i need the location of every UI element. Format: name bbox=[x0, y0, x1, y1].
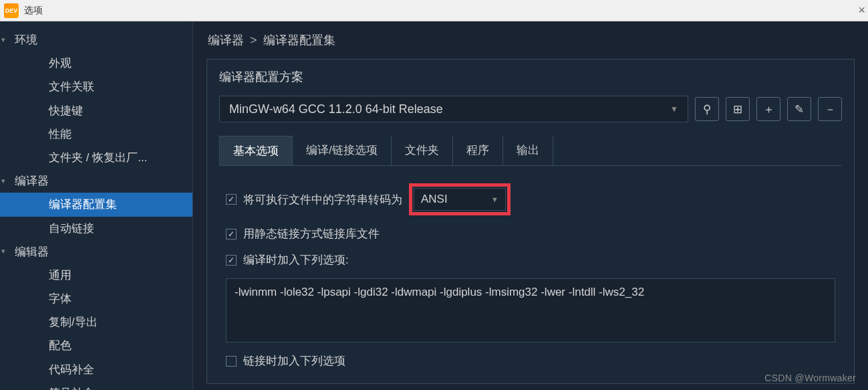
sidebar-item-performance[interactable]: 性能 bbox=[0, 122, 192, 146]
plus-icon: ＋ bbox=[763, 102, 774, 117]
sidebar-group-environment[interactable]: ▾ 环境 bbox=[0, 28, 192, 52]
tab-programs[interactable]: 程序 bbox=[453, 136, 503, 165]
sidebar-group-label: 环境 bbox=[15, 31, 37, 49]
content-area: 编译器 > 编译器配置集 编译器配置方案 MinGW-w64 GCC 11.2.… bbox=[193, 21, 868, 390]
sidebar-item-compiler-set[interactable]: 编译器配置集 bbox=[0, 193, 192, 216]
compiler-panel: 编译器配置方案 MinGW-w64 GCC 11.2.0 64-bit Rele… bbox=[206, 59, 855, 384]
panel-title: 编译器配置方案 bbox=[219, 69, 842, 85]
add-compile-checkbox[interactable] bbox=[226, 255, 237, 266]
chevron-down-icon: ▾ bbox=[1, 34, 12, 46]
chevron-down-icon: ▼ bbox=[491, 195, 498, 203]
titlebar: DEV 选项 × bbox=[0, 0, 868, 21]
main-layout: ▾ 环境 外观 文件关联 快捷键 性能 文件夹 / 恢复出厂... ▾ 编译器 … bbox=[0, 21, 868, 390]
tab-output[interactable]: 输出 bbox=[503, 136, 553, 165]
scheme-row: MinGW-w64 GCC 11.2.0 64-bit Release ▼ ⚲ … bbox=[219, 96, 842, 122]
folder-plus-icon: ⊞ bbox=[733, 102, 742, 116]
tab-folders[interactable]: 文件夹 bbox=[392, 136, 453, 165]
minus-icon: － bbox=[825, 102, 836, 117]
tab-basic[interactable]: 基本选项 bbox=[219, 136, 293, 165]
sidebar-item-font[interactable]: 字体 bbox=[0, 287, 192, 310]
search-button[interactable]: ⚲ bbox=[695, 97, 719, 121]
remove-button[interactable]: － bbox=[818, 97, 842, 121]
close-icon[interactable]: × bbox=[858, 3, 865, 17]
sidebar-item-copy-export[interactable]: 复制/导出 bbox=[0, 310, 192, 334]
breadcrumb: 编译器 > 编译器配置集 bbox=[206, 32, 855, 48]
new-folder-button[interactable]: ⊞ bbox=[726, 97, 750, 121]
add-button[interactable]: ＋ bbox=[756, 97, 780, 121]
compiler-scheme-select[interactable]: MinGW-w64 GCC 11.2.0 64-bit Release ▼ bbox=[219, 96, 688, 122]
transcode-checkbox[interactable] bbox=[226, 194, 237, 205]
scheme-selected-label: MinGW-w64 GCC 11.2.0 64-bit Release bbox=[229, 102, 443, 116]
chevron-right-icon: > bbox=[250, 33, 257, 47]
option-add-link-row: 链接时加入下列选项 bbox=[219, 348, 842, 374]
add-link-checkbox[interactable] bbox=[226, 356, 237, 367]
option-add-compile-row: 编译时加入下列选项: bbox=[219, 247, 842, 273]
sidebar-item-appearance[interactable]: 外观 bbox=[0, 52, 192, 75]
static-link-checkbox[interactable] bbox=[226, 229, 237, 239]
sidebar: ▾ 环境 外观 文件关联 快捷键 性能 文件夹 / 恢复出厂... ▾ 编译器 … bbox=[0, 21, 193, 390]
sidebar-group-editor[interactable]: ▾ 编辑器 bbox=[0, 240, 192, 264]
app-logo-icon: DEV bbox=[4, 3, 19, 18]
sidebar-item-folders-reset[interactable]: 文件夹 / 恢复出厂... bbox=[0, 146, 192, 169]
tab-compile-link[interactable]: 编译/链接选项 bbox=[293, 136, 392, 165]
edit-button[interactable]: ✎ bbox=[787, 97, 811, 121]
option-transcode-row: 将可执行文件中的字符串转码为 ANSI ▼ bbox=[219, 178, 842, 221]
sidebar-group-label: 编辑器 bbox=[15, 243, 49, 261]
sidebar-group-label: 编译器 bbox=[15, 172, 49, 190]
chevron-down-icon: ▾ bbox=[1, 175, 12, 187]
sidebar-item-code-completion[interactable]: 代码补全 bbox=[0, 358, 192, 381]
add-compile-label: 编译时加入下列选项: bbox=[243, 252, 349, 268]
encoding-value: ANSI bbox=[421, 193, 448, 206]
sidebar-group-compiler[interactable]: ▾ 编译器 bbox=[0, 169, 192, 193]
tabs: 基本选项 编译/链接选项 文件夹 程序 输出 bbox=[219, 136, 842, 166]
watermark: CSDN @Wormwaker bbox=[764, 373, 856, 383]
chevron-down-icon: ▼ bbox=[670, 104, 678, 114]
encoding-select[interactable]: ANSI ▼ bbox=[414, 188, 506, 211]
add-link-label: 链接时加入下列选项 bbox=[243, 353, 345, 369]
breadcrumb-parent[interactable]: 编译器 bbox=[208, 33, 244, 47]
chevron-down-icon: ▾ bbox=[1, 246, 12, 258]
breadcrumb-current: 编译器配置集 bbox=[263, 33, 335, 47]
window-title: 选项 bbox=[24, 5, 43, 17]
sidebar-item-color[interactable]: 配色 bbox=[0, 334, 192, 357]
sidebar-item-general[interactable]: 通用 bbox=[0, 264, 192, 287]
transcode-label: 将可执行文件中的字符串转码为 bbox=[243, 192, 402, 207]
sidebar-item-auto-link[interactable]: 自动链接 bbox=[0, 217, 192, 240]
option-static-link-row: 用静态链接方式链接库文件 bbox=[219, 221, 842, 247]
sidebar-item-symbol-completion[interactable]: 符号补全 bbox=[0, 381, 192, 390]
static-link-label: 用静态链接方式链接库文件 bbox=[243, 226, 380, 241]
highlight-annotation: ANSI ▼ bbox=[409, 183, 511, 215]
sidebar-item-shortcuts[interactable]: 快捷键 bbox=[0, 99, 192, 122]
sidebar-item-file-assoc[interactable]: 文件关联 bbox=[0, 75, 192, 98]
compile-flags-textarea[interactable]: -lwinmm -lole32 -lpsapi -lgdi32 -ldwmapi… bbox=[226, 278, 835, 343]
search-icon: ⚲ bbox=[703, 102, 711, 116]
pencil-icon: ✎ bbox=[794, 102, 804, 116]
